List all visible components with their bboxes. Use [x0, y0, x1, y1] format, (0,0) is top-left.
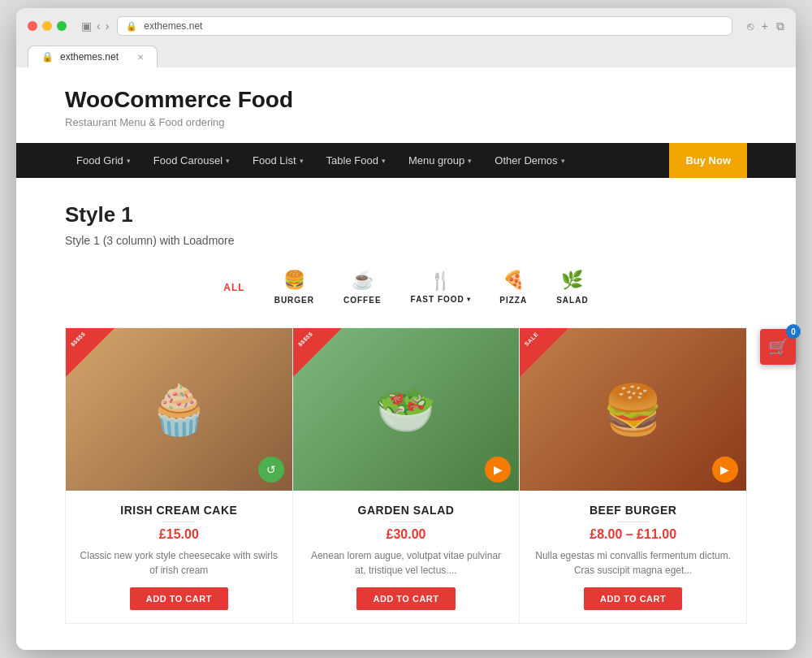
nav-item-food-carousel[interactable]: Food Carousel ▾ — [142, 143, 241, 178]
salad-icon: 🌿 — [561, 270, 584, 291]
product-card-garden-salad: 🥗 $$$$$ ▶ GARDEN SALAD £30.00 Aenean lor… — [293, 328, 520, 624]
product-action-btn-1[interactable]: ↺ — [258, 457, 284, 483]
product-name-3: BEEF BURGER — [533, 504, 733, 517]
cart-icon: 🛒 — [768, 337, 788, 357]
product-body-3: BEEF BURGER £8.00 – £11.00 Nulla egestas… — [520, 491, 746, 623]
filter-tab-all[interactable]: ALL — [223, 282, 244, 293]
site-navigation: Food Grid ▾ Food Carousel ▾ Food List ▾ … — [16, 143, 796, 178]
nav-item-menu-group[interactable]: Menu group ▾ — [397, 143, 483, 178]
page-description: Style 1 (3 column) with Loadmore — [65, 234, 747, 247]
product-image-irish-cream-cake: 🧁 $$$$$ ↺ — [66, 328, 292, 491]
coffee-icon: ☕ — [352, 270, 374, 291]
product-body-2: GARDEN SALAD £30.00 Aenean lorem augue, … — [293, 491, 520, 623]
product-badge-2: $$$$$ — [293, 328, 342, 377]
filter-label-fastfood: FAST FOOD — [411, 295, 464, 304]
site-subtitle: Restaurant Menu & Food ordering — [65, 116, 747, 128]
url-text: exthemes.net — [144, 20, 202, 32]
food-grid: 🧁 $$$$$ ↺ IRISH CREAM CAKE £15.00 Classi… — [65, 327, 747, 624]
fastfood-icon: 🍴 — [430, 271, 452, 292]
badge-text-3: SALE — [520, 328, 547, 355]
product-price-2: £30.00 — [306, 527, 507, 542]
pizza-icon: 🍕 — [503, 270, 525, 291]
product-name-2: GARDEN SALAD — [306, 504, 507, 517]
divider-3 — [617, 522, 650, 522]
nav-label-menu-group: Menu group — [408, 154, 464, 167]
product-badge-1: $$$$$ — [66, 328, 114, 377]
chevron-down-icon: ▾ — [300, 157, 304, 165]
browser-tabs: 🔒 exthemes.net ✕ — [28, 42, 784, 67]
lock-icon: 🔒 — [126, 21, 137, 32]
page-content: WooCommerce Food Restaurant Menu & Food … — [16, 67, 796, 650]
tab-close-icon[interactable]: ✕ — [137, 53, 144, 62]
nav-label-food-list: Food List — [253, 154, 296, 167]
cart-badge[interactable]: 0 🛒 — [760, 329, 796, 365]
product-badge-3: SALE — [520, 328, 568, 377]
product-image-garden-salad: 🥗 $$$$$ ▶ — [293, 328, 520, 491]
sidebar-toggle-icon[interactable]: ▣ — [81, 19, 92, 32]
new-tab-icon[interactable]: + — [762, 19, 768, 33]
nav-label-food-grid: Food Grid — [76, 154, 123, 167]
cart-count: 0 — [786, 324, 801, 339]
nav-item-other-demos[interactable]: Other Demos ▾ — [483, 143, 576, 178]
buy-now-button[interactable]: Buy Now — [669, 143, 747, 178]
filter-label-all: ALL — [223, 282, 244, 293]
share-icon[interactable]: ⎋ — [747, 19, 754, 33]
product-image-beef-burger: 🍔 SALE ▶ — [520, 328, 746, 491]
filter-tab-pizza[interactable]: 🍕 PIZZA — [499, 270, 527, 305]
site-header: WooCommerce Food Restaurant Menu & Food … — [16, 67, 796, 143]
product-price-1: £15.00 — [79, 527, 279, 542]
filter-label-coffee: COFFEE — [343, 296, 382, 305]
filter-tab-coffee[interactable]: ☕ COFFEE — [343, 270, 382, 305]
tabs-icon[interactable]: ⧉ — [776, 19, 784, 33]
chevron-down-icon: ▾ — [561, 157, 565, 165]
product-card-irish-cream-cake: 🧁 $$$$$ ↺ IRISH CREAM CAKE £15.00 Classi… — [66, 328, 293, 624]
site-title: WooCommerce Food — [65, 87, 747, 113]
chevron-down-icon: ▾ — [127, 157, 131, 165]
divider-1 — [162, 522, 195, 522]
add-to-cart-btn-3[interactable]: ADD TO CART — [584, 587, 682, 610]
browser-toolbar: ⎋ + ⧉ — [747, 19, 784, 33]
chevron-down-icon: ▾ — [468, 157, 472, 165]
main-content: Style 1 Style 1 (3 column) with Loadmore… — [16, 178, 796, 648]
nav-item-food-list[interactable]: Food List ▾ — [241, 143, 314, 178]
nav-item-table-food[interactable]: Table Food ▾ — [315, 143, 397, 178]
badge-text-2: $$$$$ — [293, 328, 322, 356]
browser-chrome: ▣ ‹ › 🔒 exthemes.net ⎋ + ⧉ 🔒 exthemes.ne… — [16, 8, 796, 67]
filter-label-salad: SALAD — [556, 296, 588, 305]
chevron-down-icon: ▾ — [226, 157, 230, 165]
filter-tab-salad[interactable]: 🌿 SALAD — [556, 270, 588, 305]
product-body-1: IRISH CREAM CAKE £15.00 Classic new york… — [66, 491, 292, 623]
product-desc-3: Nulla egestas mi convallis fermentum dic… — [533, 548, 733, 578]
add-to-cart-btn-1[interactable]: ADD TO CART — [130, 587, 228, 610]
minimize-dot[interactable] — [42, 21, 52, 31]
filter-label-burger: BURGER — [274, 296, 314, 305]
page-title: Style 1 — [65, 202, 747, 227]
product-action-btn-3[interactable]: ▶ — [712, 457, 738, 483]
back-icon[interactable]: ‹ — [97, 19, 101, 32]
address-bar[interactable]: 🔒 exthemes.net — [117, 16, 732, 36]
filter-tab-fastfood[interactable]: 🍴 FAST FOOD ▾ — [411, 271, 471, 304]
browser-controls: ▣ ‹ › — [81, 19, 109, 32]
filter-label-pizza: PIZZA — [499, 296, 527, 305]
nav-label-other-demos: Other Demos — [495, 154, 557, 167]
active-tab[interactable]: 🔒 exthemes.net ✕ — [28, 45, 158, 67]
product-desc-2: Aenean lorem augue, volutpat vitae pulvi… — [306, 548, 507, 578]
nav-label-food-carousel: Food Carousel — [153, 154, 222, 167]
chevron-down-icon: ▾ — [467, 296, 471, 303]
tab-favicon: 🔒 — [41, 51, 54, 63]
nav-item-food-grid[interactable]: Food Grid ▾ — [65, 143, 142, 178]
badge-text-1: $$$$$ — [66, 328, 94, 356]
product-card-beef-burger: 🍔 SALE ▶ BEEF BURGER £8.00 – £11.00 Null… — [520, 328, 747, 624]
add-to-cart-btn-2[interactable]: ADD TO CART — [356, 587, 455, 610]
close-dot[interactable] — [28, 21, 37, 31]
nav-label-table-food: Table Food — [326, 154, 378, 167]
product-name-1: IRISH CREAM CAKE — [79, 504, 279, 517]
product-desc-1: Classic new york style cheesecake with s… — [79, 548, 279, 578]
product-price-3: £8.00 – £11.00 — [533, 527, 733, 542]
filter-tabs: ALL 🍔 BURGER ☕ COFFEE 🍴 FAST FOOD ▾ — [65, 270, 747, 305]
burger-icon: 🍔 — [283, 270, 306, 291]
filter-tab-burger[interactable]: 🍔 BURGER — [274, 270, 314, 305]
forward-icon[interactable]: › — [106, 19, 110, 32]
tab-label: exthemes.net — [60, 51, 119, 63]
maximize-dot[interactable] — [57, 21, 67, 31]
